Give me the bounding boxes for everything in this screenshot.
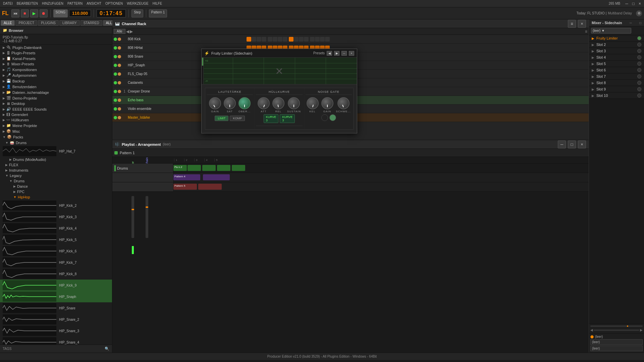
mixer-led-9[interactable] — [637, 87, 641, 91]
browser-item-demo[interactable]: ▶🎬Demo-Projekte — [0, 95, 112, 101]
ch-orange-creeper[interactable] — [118, 90, 121, 93]
ch-orange-808kick[interactable] — [118, 38, 121, 41]
ch-name-master-istarke[interactable]: Master_Istärke — [128, 116, 158, 119]
fl-led-2[interactable] — [329, 114, 336, 121]
ch-name-violin[interactable]: Violin ensemble — [128, 107, 158, 111]
browser-item-backup[interactable]: ▶💾Backup — [0, 78, 112, 84]
mixer-minimize[interactable]: ─ — [630, 21, 632, 25]
tab-alle[interactable]: ALLE — [1, 20, 15, 26]
sample-hip-snare-3[interactable]: HIP_Snare_3 — [0, 325, 112, 337]
pad[interactable] — [325, 37, 330, 42]
mixer-scroll-left[interactable]: ◀ — [590, 328, 593, 332]
channel-rack-options[interactable]: ≡ — [568, 20, 576, 28]
mixer-slot-3[interactable]: ▶ Slot 3 — [589, 48, 644, 54]
step-mode-btn[interactable]: Step — [131, 9, 143, 17]
pad[interactable] — [299, 37, 304, 42]
ch-orange-master[interactable] — [118, 116, 121, 119]
pad[interactable] — [247, 37, 251, 42]
fl-knob-rel[interactable] — [272, 97, 284, 109]
ch-orange-clap[interactable] — [118, 72, 121, 76]
mixer-led-3[interactable] — [637, 49, 641, 53]
sample-hip-snare-2[interactable]: HIP_Snare_2 — [0, 314, 112, 325]
fl-curve-2[interactable]: KURVE3 — [280, 114, 295, 123]
pad[interactable] — [257, 37, 261, 42]
pad[interactable] — [289, 37, 293, 42]
fl-window-close[interactable]: × — [349, 51, 354, 56]
ch-name-snare[interactable]: 808 Snare — [128, 55, 158, 58]
mixer-led-8[interactable] — [637, 81, 641, 85]
fl-knob-sustain[interactable] — [288, 97, 300, 109]
ch-green-hihat[interactable] — [114, 46, 117, 50]
pad[interactable] — [310, 37, 315, 42]
window-close[interactable]: × — [637, 1, 643, 7]
tab-library[interactable]: LIBRARY — [59, 20, 80, 26]
browser-item-mixer-presets[interactable]: ▶🎚Mixer-Presets — [0, 61, 112, 67]
menu-hilfe[interactable]: HILFE — [151, 1, 164, 6]
window-maximize[interactable]: □ — [631, 1, 636, 7]
mixer-slot-name-4[interactable]: Slot 4 — [596, 55, 635, 59]
mixer-slot-9[interactable]: ▶ Slot 9 — [589, 86, 644, 93]
browser-item-desktop[interactable]: ▶🖥Desktop — [0, 101, 112, 106]
browser-item-kanal-presets[interactable]: ▶📋Kanal-Presets — [0, 56, 112, 61]
browser-item-kompositionen[interactable]: ▶🎵Kompositionen — [0, 67, 112, 72]
browser-item-drums[interactable]: ▼🥁Drums — [0, 140, 112, 145]
mixer-slot-name-7[interactable]: Slot 7 — [596, 74, 635, 78]
mixer-slot-name-10[interactable]: Slot 10 — [596, 94, 635, 98]
mixer-led-6[interactable] — [637, 68, 641, 72]
fl-prev-preset[interactable]: ◀ — [327, 51, 332, 56]
sample-hip-kick-8[interactable]: HIP_Kick_8 — [0, 268, 112, 280]
pad[interactable] — [262, 37, 266, 42]
tab-starred[interactable]: STARRED — [80, 20, 102, 26]
ch-green-creeper[interactable] — [114, 90, 117, 93]
transport-prev[interactable]: ⏮ — [11, 9, 19, 17]
fl-next-preset[interactable]: ▶ — [334, 51, 339, 56]
browser-item-legacy-drums[interactable]: ▼Drums — [0, 178, 112, 184]
ch-name-echo-bass[interactable]: Echo bass — [128, 98, 158, 102]
browser-item-plugin-datenbank[interactable]: ▶🔌Plugin-Datenbank — [0, 45, 112, 50]
fl-knob-sat[interactable] — [224, 97, 236, 109]
channel-nav-right[interactable]: ▶ — [130, 29, 133, 34]
ch-green-808kick[interactable] — [114, 38, 117, 41]
mixer-channel-dropdown[interactable]: (leer) ▼ — [591, 28, 631, 34]
browser-item-aufgenommen[interactable]: ▶🎤Aufgenommen — [0, 72, 112, 78]
browser-item-legacy[interactable]: ▼Legacy — [0, 173, 112, 178]
browser-item-dateien[interactable]: ▶📂Dateien..ischenablage — [0, 89, 112, 95]
pad[interactable] — [315, 37, 320, 42]
mixer-slot-name-2[interactable]: Slot 2 — [596, 43, 635, 47]
mixer-slot-name-fruity[interactable]: Fruity Limiter — [596, 36, 635, 40]
sample-hip-kick-3[interactable]: HIP_Kick_3 — [0, 211, 112, 223]
ch-green-clap[interactable] — [114, 72, 117, 76]
fl-knob-kel[interactable] — [307, 97, 319, 109]
tab-plugins[interactable]: PLUGINS — [38, 20, 59, 26]
song-mode-btn[interactable]: SONG — [53, 9, 68, 17]
mixer-slot-name-9[interactable]: Slot 9 — [596, 87, 635, 91]
mixer-slot-name-5[interactable]: Slot 5 — [596, 62, 635, 66]
browser-item-hiphop[interactable]: ▼HipHop — [0, 194, 112, 200]
mixer-slot-10[interactable]: ▶ Slot 10 — [589, 93, 644, 99]
menu-bearbeiten[interactable]: BEARBEITEN — [15, 1, 40, 6]
ch-name-snaph[interactable]: HIP_Snaph — [128, 63, 158, 67]
ch-name-castanets[interactable]: Castanets — [128, 81, 158, 84]
pad[interactable] — [320, 37, 325, 42]
mixer-bottom-dropdown-1[interactable]: (leer) — [590, 339, 643, 345]
sample-hip-kick-4[interactable]: HIP_Kick_4 — [0, 223, 112, 234]
menu-hinzufugen[interactable]: HINZUFüGEN — [40, 1, 65, 6]
ch-orange-castanets[interactable] — [118, 81, 121, 84]
playlist-maximize[interactable]: □ — [568, 140, 576, 148]
track-drums-name[interactable]: Drums — [117, 166, 128, 170]
ch-orange-snaph[interactable] — [118, 64, 121, 67]
transport-play[interactable]: ▶ — [30, 9, 38, 17]
mixer-led-fruity[interactable] — [637, 36, 641, 40]
browser-item-fpc[interactable]: ▶FPC — [0, 189, 112, 194]
mixer-slot-name-8[interactable]: Slot 8 — [596, 81, 635, 85]
ch-green-castanets[interactable] — [114, 81, 117, 84]
ch-orange-hihat[interactable] — [118, 46, 121, 50]
fl-settings-icon[interactable]: ⚙ — [636, 10, 642, 16]
ch-name-clap[interactable]: FLS_Clap 05 — [128, 72, 158, 76]
mixer-led-7[interactable] — [637, 74, 641, 78]
sample-hip-hat-7[interactable]: HIP_Hat_7 — [0, 145, 112, 157]
sample-hip-kick-2[interactable]: HIP_Kick_2 — [0, 200, 112, 211]
pattern-selector[interactable]: Pattern 1 — [149, 9, 167, 17]
mixer-scroll-right[interactable]: ▶ — [640, 328, 643, 332]
browser-item-misc[interactable]: ▶📦Misc — [0, 128, 112, 134]
